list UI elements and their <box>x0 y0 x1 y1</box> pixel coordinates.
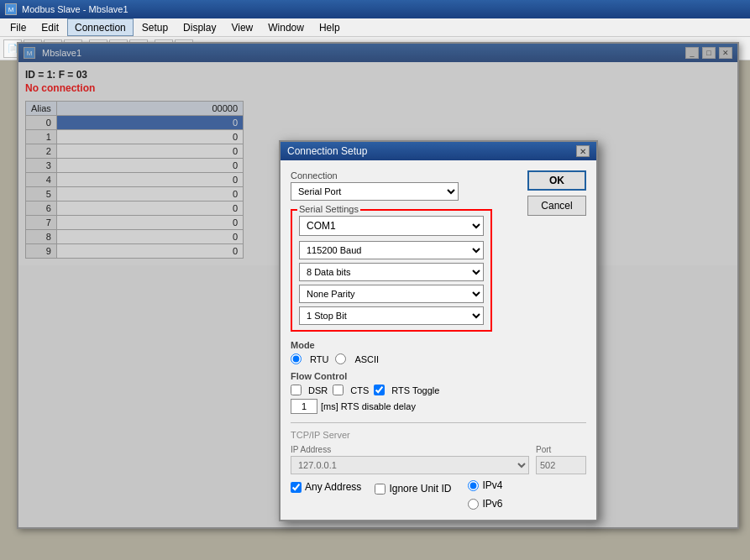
rts-delay-input[interactable] <box>291 399 317 414</box>
ascii-label: ASCII <box>354 354 379 364</box>
dialog-title: Connection Setup <box>287 145 576 157</box>
port-col: Port <box>536 445 586 474</box>
stop-bit-select[interactable]: 1 Stop Bit <box>299 306 484 325</box>
connection-setup-dialog: Connection Setup ✕ OK Cancel Connection … <box>279 140 598 521</box>
app-title-bar: M Modbus Slave - Mbslave1 <box>0 0 750 18</box>
ip-address-select[interactable]: 127.0.0.1 <box>291 456 529 474</box>
tcpip-label: TCP/IP Server <box>291 430 586 440</box>
connection-label: Connection <box>291 170 459 181</box>
port-input[interactable] <box>536 456 586 474</box>
dialog-close-button[interactable]: ✕ <box>576 145 590 157</box>
menu-window[interactable]: Window <box>261 18 311 36</box>
serial-settings-group: Serial Settings COM1 115200 Baud 8 Data … <box>291 209 492 332</box>
ok-button[interactable]: OK <box>527 170 586 191</box>
ignore-unit-label: Ignore Unit ID <box>389 483 451 495</box>
main-window: M Mbslave1 _ □ ✕ ID = 1: F = 03 No conne… <box>17 42 739 529</box>
menu-setup[interactable]: Setup <box>135 18 175 36</box>
rts-toggle-checkbox[interactable] <box>374 385 385 395</box>
ascii-radio[interactable] <box>335 353 346 364</box>
cancel-button[interactable]: Cancel <box>527 196 586 216</box>
data-bits-select[interactable]: 8 Data bits <box>299 263 484 281</box>
serial-settings-label: Serial Settings <box>297 204 360 214</box>
parity-select[interactable]: None Parity <box>299 285 484 303</box>
menu-display[interactable]: Display <box>176 18 223 36</box>
mode-section: Mode RTU ASCII <box>291 340 586 364</box>
rts-delay-label: [ms] RTS disable delay <box>321 401 416 411</box>
app-title: Modbus Slave - Mbslave1 <box>22 4 128 14</box>
dialog-buttons: OK Cancel <box>527 170 586 216</box>
connection-group: Connection Serial Port <box>291 170 459 201</box>
rts-toggle-label: RTS Toggle <box>391 385 439 395</box>
flow-control-section: Flow Control DSR CTS RTS Toggle [ms] RTS… <box>291 371 586 414</box>
any-address-label: Any Address <box>305 481 361 493</box>
menu-connection[interactable]: Connection <box>67 18 134 36</box>
any-address-checkbox[interactable] <box>291 482 302 493</box>
menu-help[interactable]: Help <box>312 18 347 36</box>
flow-control-label: Flow Control <box>291 371 586 381</box>
ip-row: IP Address 127.0.0.1 Port <box>291 445 586 474</box>
dsr-label: DSR <box>308 385 328 395</box>
ignore-unit-checkbox[interactable] <box>375 484 385 495</box>
dialog-body: OK Cancel Connection Serial Port Serial … <box>281 160 596 520</box>
address-checkboxes: Any Address Ignore Unit ID <box>291 479 451 495</box>
rtu-radio[interactable] <box>291 353 302 364</box>
port-label: Port <box>536 445 586 454</box>
cts-label: CTS <box>350 385 369 395</box>
flow-control-checkboxes: DSR CTS RTS Toggle <box>291 385 586 395</box>
menu-bar: File Edit Connection Setup Display View … <box>0 18 750 37</box>
dsr-checkbox[interactable] <box>291 385 302 395</box>
mode-radio-row: RTU ASCII <box>291 353 586 364</box>
ipv6-label: IPv6 <box>482 498 502 510</box>
menu-view[interactable]: View <box>224 18 260 36</box>
ipv4-radio[interactable] <box>468 480 479 491</box>
menu-file[interactable]: File <box>3 18 33 36</box>
dialog-title-bar: Connection Setup ✕ <box>281 142 596 160</box>
com-port-select[interactable]: COM1 <box>299 216 484 236</box>
menu-edit[interactable]: Edit <box>34 18 66 36</box>
cts-checkbox[interactable] <box>333 385 344 395</box>
connection-select[interactable]: Serial Port <box>291 182 459 201</box>
app-icon: M <box>5 3 17 15</box>
tcpip-section: TCP/IP Server IP Address 127.0.0.1 Port <box>291 422 586 510</box>
rts-delay-row: [ms] RTS disable delay <box>291 399 586 414</box>
baud-rate-select[interactable]: 115200 Baud <box>299 241 484 259</box>
mode-label: Mode <box>291 340 586 350</box>
ip-address-col: IP Address 127.0.0.1 <box>291 445 529 474</box>
ipv6-radio[interactable] <box>468 499 479 510</box>
rtu-label: RTU <box>310 354 328 364</box>
ip-address-label: IP Address <box>291 445 529 454</box>
ipv4-label: IPv4 <box>482 479 502 491</box>
ip-version-radios: IPv4 IPv6 <box>468 479 502 510</box>
